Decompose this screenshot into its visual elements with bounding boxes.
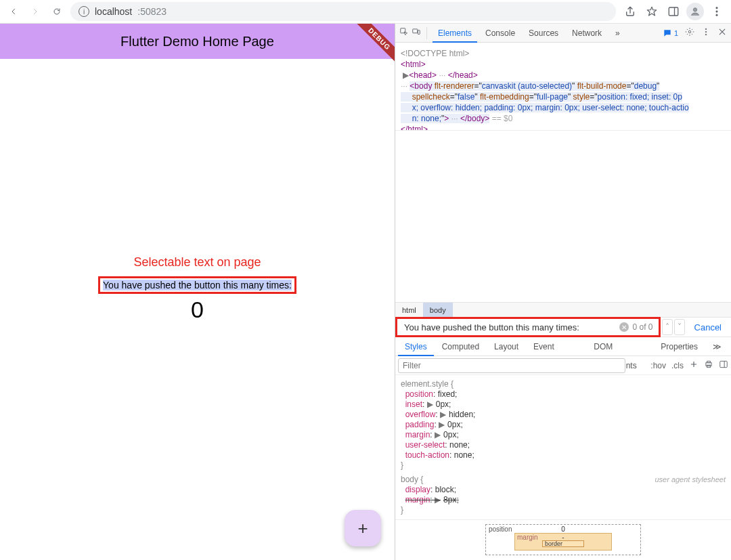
menu-icon[interactable] bbox=[708, 3, 726, 20]
app-bar: Flutter Demo Home Page bbox=[0, 24, 395, 59]
breadcrumb-body[interactable]: body bbox=[423, 303, 453, 318]
browser-actions bbox=[621, 3, 726, 20]
svg-rect-15 bbox=[707, 365, 711, 368]
svg-rect-14 bbox=[707, 361, 711, 362]
styles-rules[interactable]: element.style { position: fixed; inset: … bbox=[395, 375, 731, 519]
elements-search-input[interactable] bbox=[403, 322, 615, 333]
svg-rect-16 bbox=[720, 361, 728, 367]
svg-rect-7 bbox=[413, 29, 418, 33]
url-host: localhost bbox=[95, 6, 132, 17]
elements-dom-tree[interactable]: <!DOCTYPE html> <html> ▶<head> ··· </hea… bbox=[395, 43, 731, 131]
address-bar[interactable]: i localhost:50823 bbox=[70, 2, 616, 21]
subtab-event-listeners[interactable]: Event Listeners bbox=[527, 337, 585, 356]
dom-breadcrumb: html body bbox=[395, 302, 731, 317]
tab-console[interactable]: Console bbox=[480, 24, 520, 43]
subtab-layout[interactable]: Layout bbox=[487, 337, 525, 356]
elements-search-row: ✕ 0 of 0 ˄ ˅ Cancel bbox=[395, 317, 731, 337]
toggle-pane-icon[interactable] bbox=[719, 360, 728, 371]
search-result-count: 0 of 0 bbox=[633, 322, 653, 332]
flutter-app: Flutter Demo Home Page DEBUG Selectable … bbox=[0, 24, 395, 560]
print-icon[interactable] bbox=[704, 360, 713, 371]
settings-icon[interactable] bbox=[685, 27, 694, 39]
subtab-properties[interactable]: Properties bbox=[654, 337, 705, 356]
tab-more[interactable]: » bbox=[610, 24, 625, 43]
pushed-text[interactable]: You have pushed the button this many tim… bbox=[103, 280, 292, 290]
search-cancel-button[interactable]: Cancel bbox=[685, 318, 731, 337]
side-panel-icon[interactable] bbox=[665, 3, 682, 20]
svg-point-12 bbox=[705, 34, 707, 35]
svg-point-10 bbox=[705, 28, 707, 30]
profile-avatar[interactable] bbox=[686, 3, 704, 20]
svg-point-2 bbox=[693, 8, 696, 12]
tab-sources[interactable]: Sources bbox=[523, 24, 564, 43]
clear-search-icon[interactable]: ✕ bbox=[619, 322, 629, 332]
counter-value: 0 bbox=[191, 297, 204, 323]
svg-point-9 bbox=[688, 30, 691, 33]
subtab-more[interactable]: ≫ bbox=[706, 337, 728, 356]
devtools: Elements Console Sources Network » 1 <!D… bbox=[395, 24, 731, 560]
subtab-dom-breakpoints[interactable]: DOM Breakpoints bbox=[587, 337, 652, 356]
svg-point-11 bbox=[705, 31, 707, 33]
browser-toolbar: i localhost:50823 bbox=[0, 0, 731, 24]
svg-rect-6 bbox=[401, 28, 405, 33]
cls-toggle[interactable]: .cls bbox=[671, 361, 684, 370]
search-next-icon[interactable]: ˅ bbox=[674, 319, 685, 335]
inspect-icon[interactable] bbox=[399, 27, 409, 39]
url-port: :50823 bbox=[137, 6, 167, 17]
site-info-icon[interactable]: i bbox=[79, 6, 89, 17]
back-button[interactable] bbox=[5, 3, 22, 20]
main-content: Flutter Demo Home Page DEBUG Selectable … bbox=[0, 24, 731, 560]
fab-increment[interactable]: + bbox=[345, 510, 381, 546]
svg-point-3 bbox=[716, 7, 717, 9]
subtab-styles[interactable]: Styles bbox=[398, 337, 434, 356]
bookmark-icon[interactable] bbox=[643, 3, 661, 20]
svg-rect-8 bbox=[418, 30, 420, 35]
reload-button[interactable] bbox=[49, 3, 65, 20]
hov-toggle[interactable]: :hov bbox=[650, 361, 666, 370]
messages-badge[interactable]: 1 bbox=[663, 28, 678, 38]
device-icon[interactable] bbox=[412, 27, 421, 39]
close-devtools-icon[interactable] bbox=[717, 27, 727, 39]
app-body: Selectable text on page You have pushed … bbox=[0, 59, 395, 560]
styles-tabs: Styles Computed Layout Event Listeners D… bbox=[395, 337, 731, 356]
search-prev-icon[interactable]: ˄ bbox=[662, 319, 673, 335]
svg-point-5 bbox=[716, 14, 717, 16]
svg-point-4 bbox=[716, 11, 717, 12]
subtab-computed[interactable]: Computed bbox=[435, 337, 486, 356]
devtools-tabs: Elements Console Sources Network » 1 bbox=[395, 24, 731, 43]
elements-whitespace bbox=[395, 131, 731, 302]
tab-network[interactable]: Network bbox=[567, 24, 607, 43]
forward-button[interactable] bbox=[27, 3, 43, 20]
devtools-menu-icon[interactable] bbox=[701, 27, 711, 39]
app-title: Flutter Demo Home Page bbox=[120, 34, 274, 49]
breadcrumb-html[interactable]: html bbox=[395, 303, 423, 318]
selected-text-highlight: You have pushed the button this many tim… bbox=[98, 276, 296, 294]
tab-elements[interactable]: Elements bbox=[433, 24, 477, 43]
styles-filter-input[interactable] bbox=[398, 358, 625, 373]
user-agent-stylesheet-label: user agent stylesheet bbox=[655, 475, 726, 485]
add-rule-icon[interactable] bbox=[689, 360, 699, 371]
styles-filter-row: :hov .cls bbox=[395, 356, 731, 375]
annotation-selectable: Selectable text on page bbox=[133, 255, 261, 270]
svg-rect-0 bbox=[669, 7, 678, 16]
share-icon[interactable] bbox=[621, 3, 639, 20]
box-model: position 0 margin - border bbox=[395, 519, 731, 560]
elements-search-box: ✕ 0 of 0 bbox=[395, 317, 661, 337]
